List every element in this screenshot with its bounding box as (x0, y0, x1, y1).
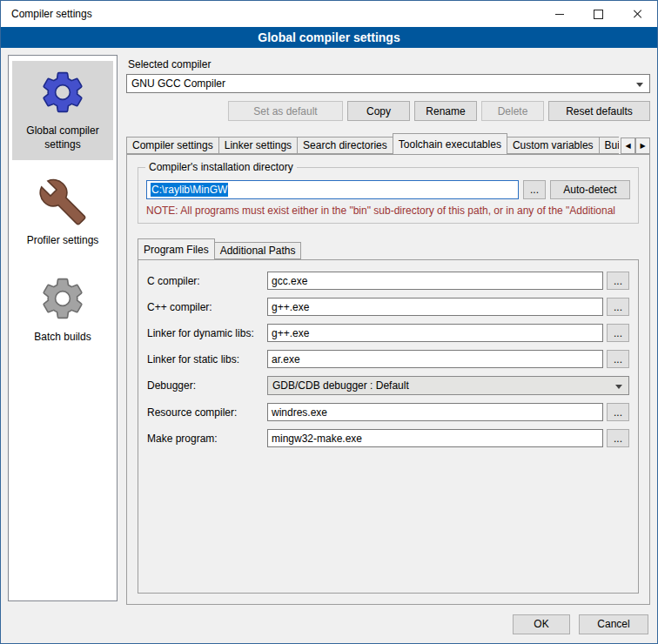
window-title: Compiler settings (1, 8, 540, 20)
c-compiler-input[interactable]: gcc.exe (267, 272, 603, 290)
sidebar-item-label: Profiler settings (27, 234, 99, 248)
installation-directory-groupbox: Compiler's installation directory C:\ray… (138, 167, 639, 224)
installation-note-text: NOTE: All programs must exist either in … (146, 205, 630, 217)
make-program-browse-button[interactable]: ... (607, 429, 629, 447)
tab-scroll-right-button[interactable]: ▶ (635, 138, 650, 154)
gray-gear-icon (38, 274, 87, 323)
installation-path-browse-button[interactable]: ... (523, 180, 546, 199)
make-program-input[interactable]: mingw32-make.exe (267, 429, 603, 447)
c-compiler-browse-button[interactable]: ... (607, 272, 629, 290)
maximize-button[interactable] (579, 1, 618, 27)
cpp-compiler-input[interactable]: g++.exe (267, 298, 603, 316)
field-value: windres.exe (272, 406, 327, 419)
dynamic-linker-browse-button[interactable]: ... (607, 324, 629, 342)
main-panel: Selected compiler GNU GCC Compiler Set a… (126, 55, 650, 605)
tab-compiler-settings[interactable]: Compiler settings (126, 137, 219, 154)
field-value: g++.exe (272, 327, 309, 339)
dynamic-linker-input[interactable]: g++.exe (267, 324, 603, 342)
close-icon (633, 9, 643, 19)
installation-path-row: C:\raylib\MinGW ... Auto-detect (146, 180, 630, 199)
resource-compiler-browse-button[interactable]: ... (607, 403, 629, 421)
content-area: Global compiler settings Profiler settin… (1, 48, 657, 605)
delete-button: Delete (481, 101, 544, 121)
triangle-left-icon: ◀ (625, 142, 630, 150)
cpp-compiler-browse-button[interactable]: ... (607, 298, 629, 316)
sidebar-item-label: Global compiler settings (14, 124, 111, 151)
field-label: Debugger: (147, 379, 267, 392)
tab-scroll-left-button[interactable]: ◀ (621, 138, 635, 154)
toolchain-executables-panel: Compiler's installation directory C:\ray… (126, 154, 650, 605)
tab-toolchain-executables[interactable]: Toolchain executables (393, 133, 507, 154)
tab-custom-variables[interactable]: Custom variables (507, 137, 600, 154)
ok-button[interactable]: OK (513, 614, 570, 634)
sidebar-item-profiler-settings[interactable]: Profiler settings (12, 171, 113, 257)
chevron-down-icon (615, 385, 622, 389)
static-linker-row: Linker for static libs: ar.exe ... (147, 350, 629, 368)
compiler-settings-window: Compiler settings Global compiler settin… (0, 0, 658, 644)
installation-path-input[interactable]: C:\raylib\MinGW (146, 180, 519, 199)
selected-compiler-value: GNU GCC Compiler (131, 77, 225, 90)
tab-list: Compiler settings Linker settings Search… (126, 133, 619, 154)
minimize-icon (555, 14, 564, 15)
program-files-tabstrip: Program Files Additional Paths (138, 238, 639, 259)
program-files-panel: C compiler: gcc.exe ... C++ compiler: g+… (138, 259, 639, 594)
field-value: ar.exe (272, 353, 300, 366)
cpp-compiler-row: C++ compiler: g++.exe ... (147, 298, 629, 316)
debugger-value: GDB/CDB debugger : Default (272, 379, 409, 392)
subtab-list: Program Files Additional Paths (138, 238, 639, 259)
selected-compiler-dropdown[interactable]: GNU GCC Compiler (126, 74, 650, 93)
c-compiler-row: C compiler: gcc.exe ... (147, 272, 629, 290)
minimize-button[interactable] (540, 1, 579, 27)
triangle-right-icon: ▶ (640, 142, 645, 150)
page-title: Global compiler settings (1, 27, 657, 48)
resource-compiler-row: Resource compiler: windres.exe ... (147, 403, 629, 421)
debugger-row: Debugger: GDB/CDB debugger : Default (147, 376, 629, 395)
dialog-footer: OK Cancel (1, 605, 657, 643)
compiler-actions: Set as default Copy Rename Delete Reset … (126, 101, 650, 121)
tab-linker-settings[interactable]: Linker settings (218, 137, 298, 154)
field-label: Linker for static libs: (147, 353, 267, 366)
reset-defaults-button[interactable]: Reset defaults (548, 101, 650, 121)
resource-compiler-input[interactable]: windres.exe (267, 403, 603, 421)
tab-additional-paths[interactable]: Additional Paths (214, 242, 302, 259)
field-label: Resource compiler: (147, 406, 267, 419)
field-label: C compiler: (147, 275, 267, 287)
static-linker-browse-button[interactable]: ... (607, 350, 629, 368)
field-label: Linker for dynamic libs: (147, 327, 267, 339)
auto-detect-button[interactable]: Auto-detect (550, 180, 630, 199)
debugger-dropdown[interactable]: GDB/CDB debugger : Default (267, 376, 629, 395)
installation-path-selected-text: C:\raylib\MinGW (151, 183, 228, 197)
tab-build-options[interactable]: Buil (599, 137, 619, 154)
field-label: Make program: (147, 433, 267, 445)
tab-scroll-buttons: ◀ ▶ (621, 138, 650, 154)
copy-button[interactable]: Copy (347, 101, 410, 121)
make-program-row: Make program: mingw32-make.exe ... (147, 429, 629, 447)
title-bar: Compiler settings (1, 1, 657, 27)
sidebar-item-label: Batch builds (34, 331, 91, 345)
sidebar-item-global-compiler-settings[interactable]: Global compiler settings (12, 61, 113, 160)
tab-search-directories[interactable]: Search directories (297, 137, 393, 154)
compiler-tabstrip: Compiler settings Linker settings Search… (126, 132, 650, 154)
close-button[interactable] (618, 1, 657, 27)
profiler-tool-icon (38, 178, 87, 226)
cancel-button[interactable]: Cancel (579, 614, 648, 634)
static-linker-input[interactable]: ar.exe (267, 350, 603, 368)
rename-button[interactable]: Rename (414, 101, 477, 121)
field-value: g++.exe (272, 301, 309, 313)
field-label: C++ compiler: (147, 301, 267, 313)
set-as-default-button: Set as default (228, 101, 343, 121)
settings-category-list: Global compiler settings Profiler settin… (8, 55, 118, 601)
blue-gear-icon (38, 68, 87, 117)
maximize-icon (594, 10, 603, 19)
field-value: gcc.exe (272, 275, 307, 287)
installation-directory-label: Compiler's installation directory (145, 161, 297, 173)
field-value: mingw32-make.exe (272, 433, 362, 445)
tab-program-files[interactable]: Program Files (138, 238, 215, 259)
selected-compiler-label: Selected compiler (128, 58, 650, 70)
chevron-down-icon (636, 83, 643, 87)
sidebar-item-batch-builds[interactable]: Batch builds (12, 267, 113, 353)
dynamic-linker-row: Linker for dynamic libs: g++.exe ... (147, 324, 629, 342)
